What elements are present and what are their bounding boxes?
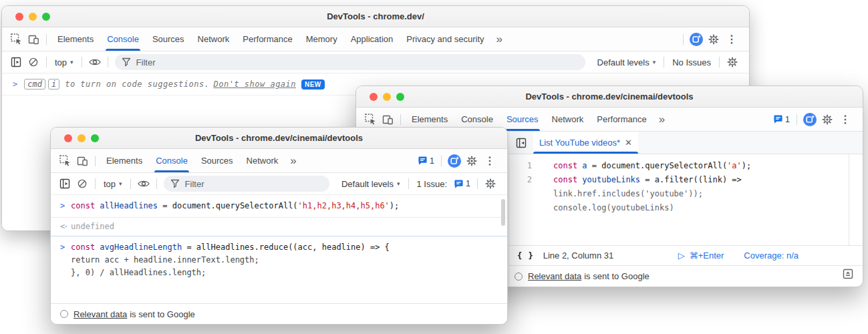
console-result-1[interactable]: <· undefined xyxy=(51,218,507,236)
inspect-element-icon[interactable] xyxy=(361,111,379,128)
result-value: undefined xyxy=(71,220,114,233)
cursor-position: Line 2, Column 31 xyxy=(543,251,614,261)
minimize-window-button[interactable] xyxy=(29,13,37,21)
inspect-element-icon[interactable] xyxy=(56,152,74,170)
issues-counter[interactable]: 1 xyxy=(454,179,470,189)
issues-counter[interactable]: 1 xyxy=(773,114,790,124)
tab-console[interactable]: Console xyxy=(149,149,194,172)
zoom-window-button[interactable] xyxy=(396,93,404,101)
relevant-data-link[interactable]: Relevant data xyxy=(74,309,127,319)
device-toolbar-icon[interactable] xyxy=(74,152,91,170)
log-levels-dropdown[interactable]: Default levels ▾ xyxy=(593,57,660,67)
context-selector[interactable]: top ▾ xyxy=(100,179,126,189)
console-filter-input[interactable]: Filter xyxy=(164,176,329,192)
prompt-chevron: > xyxy=(60,200,71,212)
chevron-down-icon: ▾ xyxy=(70,59,74,65)
filter-placeholder: Filter xyxy=(136,57,156,67)
relevant-data-link[interactable]: Relevant data xyxy=(528,271,581,281)
kebab-menu-icon[interactable]: ⋮ xyxy=(722,33,741,45)
code-line: }, 0) / allHeadlines.length; xyxy=(71,267,500,279)
divider xyxy=(130,178,131,189)
radio-circle-icon[interactable] xyxy=(515,273,523,281)
tab-network[interactable]: Network xyxy=(240,149,285,172)
console-settings-gear-icon[interactable] xyxy=(724,53,741,71)
tab-sources[interactable]: Sources xyxy=(500,108,545,131)
more-tabs-icon[interactable]: » xyxy=(285,154,301,168)
zoom-window-button[interactable] xyxy=(42,13,50,21)
console-settings-gear-icon[interactable] xyxy=(482,175,499,192)
close-icon[interactable]: ✕ xyxy=(625,138,632,148)
tab-application[interactable]: Application xyxy=(344,27,400,51)
console-sidebar-icon[interactable] xyxy=(7,53,25,71)
titlebar[interactable]: DevTools - chrome.dev/cinemai/devtools xyxy=(356,86,863,108)
tab-elements[interactable]: Elements xyxy=(51,27,100,51)
device-toolbar-icon[interactable] xyxy=(379,111,396,128)
dont-show-again-link[interactable]: Don't show again xyxy=(213,79,296,89)
filter-placeholder: Filter xyxy=(185,179,204,189)
traffic-lights xyxy=(370,93,404,101)
issues-counter[interactable]: 1 xyxy=(418,156,434,166)
console-filter-input[interactable]: Filter xyxy=(115,54,585,70)
console-sidebar-icon[interactable] xyxy=(56,175,74,192)
eye-icon[interactable] xyxy=(86,53,104,71)
radio-circle-icon[interactable] xyxy=(60,310,68,318)
divider xyxy=(400,114,401,125)
run-snippet-button[interactable]: ▷ ⌘+Enter xyxy=(678,251,724,261)
prompt-chevron: > xyxy=(13,79,17,89)
inspect-element-icon[interactable] xyxy=(7,31,25,48)
tab-network[interactable]: Network xyxy=(545,108,591,131)
more-tabs-icon[interactable]: » xyxy=(491,33,508,46)
zoom-window-button[interactable] xyxy=(91,134,99,142)
pretty-print-icon[interactable]: { } xyxy=(517,251,534,261)
minimize-window-button[interactable] xyxy=(383,93,391,101)
tab-network[interactable]: Network xyxy=(191,27,237,51)
log-levels-dropdown[interactable]: Default levels ▾ xyxy=(337,179,404,189)
issues-bubble-icon xyxy=(773,114,783,124)
console-toolbar: top ▾ Filter Default levels ▾ No Issues xyxy=(2,51,749,73)
settings-gear-icon[interactable] xyxy=(705,31,722,48)
context-selector[interactable]: top ▾ xyxy=(51,57,78,67)
tab-elements[interactable]: Elements xyxy=(100,149,149,172)
hide-navigator-icon[interactable] xyxy=(513,134,530,152)
minimize-window-button[interactable] xyxy=(78,134,86,142)
close-window-button[interactable] xyxy=(370,93,378,101)
code-editor[interactable]: 1const a = document.querySelectorAll('a'… xyxy=(509,154,863,245)
close-window-button[interactable] xyxy=(64,134,72,142)
ai-assistance-icon[interactable] xyxy=(446,152,463,170)
coverage-link[interactable]: Coverage: n/a xyxy=(744,251,799,261)
tab-memory[interactable]: Memory xyxy=(299,27,344,51)
scrollbar-thumb[interactable] xyxy=(501,199,505,226)
console-command-2[interactable]: > const avgHeadlineLength = allHeadlines… xyxy=(51,236,507,284)
filter-funnel-icon xyxy=(122,57,131,67)
tab-console[interactable]: Console xyxy=(100,27,146,51)
console-messages: > const allHeadlines = document.querySel… xyxy=(51,195,507,303)
tab-sources[interactable]: Sources xyxy=(194,149,240,172)
settings-gear-icon[interactable] xyxy=(819,111,836,128)
ai-assistance-icon[interactable] xyxy=(801,111,819,128)
kebab-menu-icon[interactable]: ⋮ xyxy=(836,113,855,126)
drawer-toggle-icon[interactable] xyxy=(843,269,853,281)
file-tab-list-youtube-videos[interactable]: List YouTube videos* ✕ xyxy=(533,132,638,154)
window-title: DevTools - chrome.dev/cinemai/devtools xyxy=(51,133,507,143)
tab-sources[interactable]: Sources xyxy=(146,27,191,51)
clear-console-icon[interactable] xyxy=(74,175,91,192)
tab-performance[interactable]: Performance xyxy=(590,108,653,131)
device-toolbar-icon[interactable] xyxy=(25,31,42,48)
code-line: console.log(youtubeLinks) xyxy=(509,201,863,215)
filter-funnel-icon xyxy=(170,179,180,188)
settings-gear-icon[interactable] xyxy=(463,152,480,170)
issues-status: No Issues xyxy=(668,57,715,67)
close-window-button[interactable] xyxy=(15,13,23,21)
ai-assistance-icon[interactable] xyxy=(688,31,705,48)
console-command-1[interactable]: > const allHeadlines = document.querySel… xyxy=(51,195,507,218)
tab-privacy-and-security[interactable]: Privacy and security xyxy=(400,27,490,51)
levels-label: Default levels xyxy=(597,57,649,67)
titlebar[interactable]: DevTools - chrome.dev/cinemai/devtools xyxy=(51,128,507,149)
chevron-down-icon: ▾ xyxy=(397,180,400,187)
tab-performance[interactable]: Performance xyxy=(236,27,299,51)
eye-icon[interactable] xyxy=(135,175,152,192)
clear-console-icon[interactable] xyxy=(25,53,42,71)
titlebar[interactable]: DevTools - chrome.dev/ xyxy=(2,6,749,27)
more-tabs-icon[interactable]: » xyxy=(654,113,670,126)
kebab-menu-icon[interactable]: ⋮ xyxy=(480,154,499,167)
